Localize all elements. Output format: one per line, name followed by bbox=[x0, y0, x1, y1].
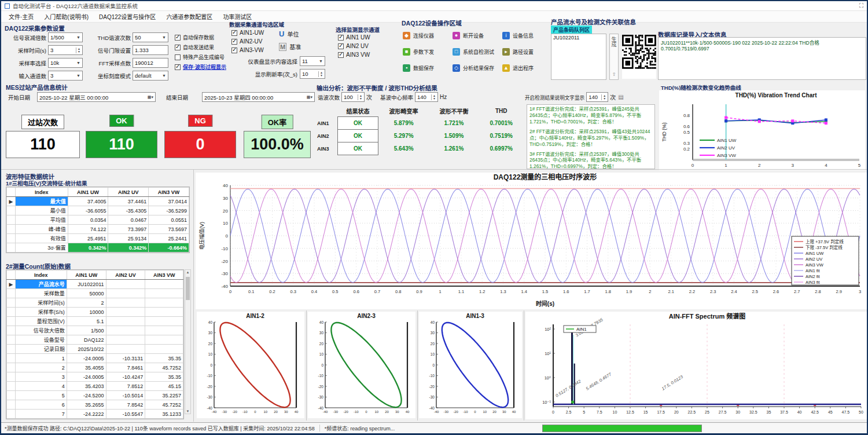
checkbox-icon[interactable] bbox=[338, 52, 344, 58]
raw-row-14[interactable]: 7-24.2222-10.554735.1233 bbox=[7, 410, 183, 419]
device-button-report[interactable]: ◇分析结果保存 bbox=[451, 61, 501, 74]
device-button-link[interactable]: ●断开设备 bbox=[451, 29, 501, 42]
svg-text:10: 10 bbox=[431, 352, 435, 356]
raw-row-6[interactable]: 设备型号DAQ122 bbox=[7, 335, 183, 345]
device-button-plug[interactable]: ◆连接仪器 bbox=[402, 29, 451, 42]
device-button-param[interactable]: ■参数下发 bbox=[402, 45, 451, 58]
raw-row-1[interactable]: 采样数量50000 bbox=[7, 289, 183, 298]
scroll-up-icon[interactable]: ▲ bbox=[185, 270, 190, 274]
device-button-exit[interactable]: ▲退出程序 bbox=[501, 61, 551, 74]
checkbox-icon[interactable] bbox=[338, 43, 344, 49]
menu-item-2[interactable]: DAQ122设置与操作区 bbox=[94, 11, 161, 22]
barcode-queue-list[interactable]: JU1022011 bbox=[551, 34, 606, 80]
svg-text:30: 30 bbox=[284, 410, 288, 414]
stats-row-5[interactable]: 3σ·偏置0.342%0.342%-0.664% bbox=[7, 243, 189, 253]
dashboard-select[interactable]: 11▼ bbox=[300, 56, 325, 66]
menu-item-0[interactable]: 文件·主页 bbox=[3, 11, 39, 22]
channel-panel: 数据采集通道勾选区域 AIN1-UWAIN2-UVAIN3-VW U 单位 M … bbox=[229, 20, 332, 83]
stats-table[interactable]: IndexAIN1 UWAIN2 UVAIN3 VW▶最大值37.400537.… bbox=[6, 187, 190, 253]
stats-row-3[interactable]: 峰-峰值74.12273.399773.5697 bbox=[7, 225, 189, 234]
menu-item-3[interactable]: 六通道参数配置区 bbox=[161, 11, 218, 22]
raw-table-vscrollbar[interactable]: ▲ ▼ bbox=[185, 269, 191, 414]
refresh-rate-spinner[interactable]: 10▲▼ bbox=[300, 69, 325, 79]
acq1-select[interactable]: 3▼ bbox=[48, 71, 83, 81]
end-date-picker[interactable]: 2025-10-23 星期四 00:00:00▦▾ bbox=[202, 92, 315, 102]
scroll-down-icon[interactable]: ▼ bbox=[185, 410, 190, 413]
acq-check-3[interactable]: 保存·波形过程显示 bbox=[175, 63, 221, 71]
device-button-label: 系统自检测试 bbox=[463, 48, 494, 56]
queue-item[interactable]: JU1022011 bbox=[551, 34, 606, 41]
start-date-picker[interactable]: 2025-10-22 星期三 00:00:00▦▾ bbox=[37, 92, 156, 102]
raw-row-12[interactable]: 5-24.5200-10.501435.2257 bbox=[7, 391, 183, 400]
spinner-arrows-icon[interactable]: ▲▼ bbox=[358, 94, 362, 100]
analysis-notes[interactable]: 1# FFT谐波分析完成：采样点25391，峰值245处共26435点；中心频率… bbox=[527, 104, 655, 169]
raw-table[interactable]: IndexAIN1 UWAIN2 UVAIN3 VW▶产品流水号JU102201… bbox=[6, 269, 184, 419]
device-button-path[interactable]: ▸路径设置 bbox=[501, 45, 551, 58]
raw-row-9[interactable]: 235.40557.846145.7252 bbox=[7, 363, 183, 372]
harmonic-label: 谐波次数 bbox=[318, 93, 340, 101]
device-button-info[interactable]: i设备信息 bbox=[501, 29, 551, 42]
stats-row-2[interactable]: 平均值0.03540.04670.0551 bbox=[7, 215, 189, 225]
raw-row-0[interactable]: ▶产品流水号JU1022011 bbox=[7, 280, 183, 289]
maximize-icon[interactable]: ⛶ bbox=[859, 2, 863, 9]
checkbox-icon[interactable] bbox=[175, 45, 181, 50]
spinner-arrows-icon[interactable]: ▲▼ bbox=[318, 71, 323, 77]
monitor-checkbox-group: AIN1 UWAIN2 UVAIN3 VW bbox=[338, 34, 370, 60]
svg-text:2.9: 2.9 bbox=[836, 289, 842, 294]
acq2-select[interactable]: 50▼ bbox=[133, 32, 168, 42]
raw-row-11[interactable]: 435.42037.851245.15 bbox=[7, 382, 183, 391]
raw-row-7[interactable]: 记录日期2025/10/22 bbox=[7, 345, 183, 354]
acq2-text[interactable]: 190012 bbox=[133, 58, 168, 68]
raw-row-5[interactable]: 信号放大倍数1/500 bbox=[7, 326, 183, 335]
monitor-checkbox-2[interactable]: AIN3 VW bbox=[338, 52, 370, 58]
raw-row-2[interactable]: 采样时间(s)2 bbox=[7, 298, 183, 308]
checkbox-icon[interactable] bbox=[231, 39, 237, 45]
stats-row-1[interactable]: 最小值-36.6055-35.4305-36.5299 bbox=[7, 206, 189, 215]
acq2-select[interactable]: default▼ bbox=[133, 71, 168, 81]
channel-checkbox-2[interactable]: AIN3-VW bbox=[231, 47, 264, 53]
channel-checkbox-1[interactable]: AIN2-UV bbox=[231, 38, 264, 45]
checkbox-icon[interactable] bbox=[338, 35, 344, 41]
hint-spinner[interactable]: 140▲▼ bbox=[586, 92, 608, 102]
generate-button[interactable]: 生成 ⇪ bbox=[609, 34, 619, 80]
checkbox-icon[interactable] bbox=[175, 35, 181, 41]
harmonic-spinner[interactable]: 100▲▼ bbox=[341, 92, 365, 102]
acq2-text[interactable]: 1.333 bbox=[133, 45, 168, 55]
clipboard-icon[interactable]: ▤ bbox=[618, 94, 623, 100]
acq1-spin[interactable]: 3▲▼ bbox=[48, 45, 83, 55]
scrollbar-thumb[interactable] bbox=[186, 277, 190, 300]
stats-row-4[interactable]: 有效值25.495125.913425.2441 bbox=[7, 234, 189, 243]
acq1-select[interactable]: 1/500▼ bbox=[48, 32, 83, 42]
svg-text:20: 20 bbox=[223, 209, 228, 214]
acq-check-2[interactable]: 特殊产品生成编号 bbox=[175, 53, 221, 61]
spinner-arrows-icon[interactable]: ▲▼ bbox=[76, 47, 80, 53]
raw-row-13[interactable]: 635.26557.854245.7252 bbox=[7, 400, 183, 410]
stats-row-0[interactable]: ▶最大值37.400537.446137.0414 bbox=[7, 197, 189, 206]
device-button-save[interactable]: ▪数据保存 bbox=[402, 61, 451, 74]
raw-row-4[interactable]: 量程范围(V)5.1 bbox=[7, 317, 183, 326]
svg-text:20: 20 bbox=[208, 342, 213, 346]
channel-checkbox-0[interactable]: AIN1-UW bbox=[231, 30, 264, 36]
record-text: JU1022011**10k·1/500·50000S·190 022 2025… bbox=[661, 40, 819, 52]
spinner-arrows-icon[interactable]: ▲▼ bbox=[431, 94, 436, 100]
monitor-checkbox-1[interactable]: AIN2 UV bbox=[338, 43, 370, 49]
menu-item-1[interactable]: 入门帮助(说明书) bbox=[39, 11, 94, 22]
raw-row-3[interactable]: 采样率(S/s)10000 bbox=[7, 308, 183, 317]
spinner-arrows-icon[interactable]: ▲▼ bbox=[601, 94, 606, 100]
monitor-checkbox-0[interactable]: AIN1 UW bbox=[338, 34, 370, 41]
acq-check-1[interactable]: 自动发送结果 bbox=[175, 43, 221, 51]
record-text-box[interactable]: JU1022011**10k·1/500·50000S·190 022 2025… bbox=[658, 37, 866, 80]
freq-spinner[interactable]: 140▲▼ bbox=[415, 92, 438, 102]
device-button-label: 断开设备 bbox=[463, 32, 484, 39]
raw-row-10[interactable]: 3-24.0005-10.424735.35 bbox=[7, 372, 183, 382]
reference-button[interactable]: M 基准 bbox=[279, 42, 301, 51]
acq1-select[interactable]: 10k▼ bbox=[48, 58, 83, 68]
unit-button[interactable]: U 单位 bbox=[279, 30, 299, 38]
acq-check-0[interactable]: 自动保存数据 bbox=[175, 34, 221, 41]
raw-row-8[interactable]: 1-24.0005-10.313135.35 bbox=[7, 354, 183, 363]
checkbox-icon[interactable] bbox=[231, 30, 237, 36]
device-button-selftest[interactable]: □系统自检测试 bbox=[451, 45, 501, 58]
checkbox-icon[interactable] bbox=[175, 54, 181, 60]
checkbox-icon[interactable] bbox=[231, 47, 237, 53]
checkbox-icon[interactable] bbox=[175, 64, 181, 70]
